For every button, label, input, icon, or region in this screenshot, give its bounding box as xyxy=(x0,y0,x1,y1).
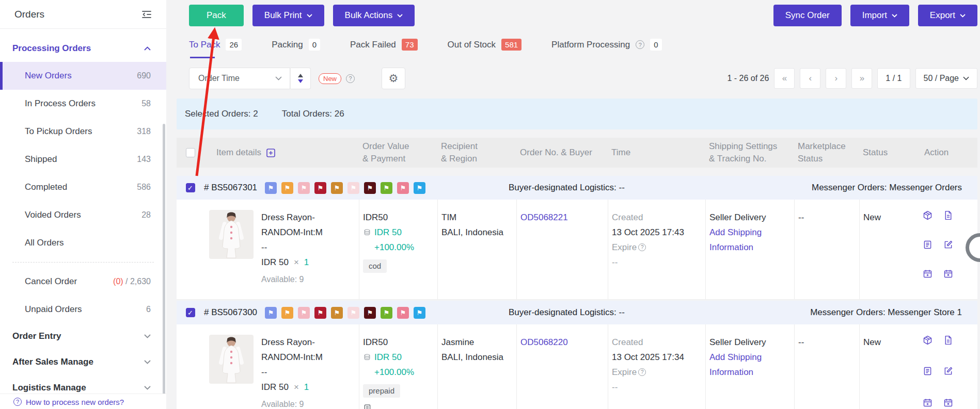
add-shipping-link-line2[interactable]: Information xyxy=(709,365,794,380)
order-flag-icon[interactable]: ⚑ xyxy=(265,307,277,319)
sidebar-item-shipped[interactable]: Shipped 143 xyxy=(0,145,166,173)
order-flag-icon[interactable]: ⚑ xyxy=(381,182,392,194)
order-flag-icon[interactable]: ⚑ xyxy=(331,307,343,319)
sidebar-item-cancel-order[interactable]: Cancel Order (0) / 2,630 xyxy=(0,268,166,296)
add-shipping-link-line2[interactable]: Information xyxy=(709,240,794,255)
sidebar-item-voided-orders[interactable]: Voided Orders 28 xyxy=(0,201,166,229)
tab-pack-failed[interactable]: Pack Failed 73 xyxy=(350,39,418,58)
order-flag-icon[interactable]: ⚑ xyxy=(298,182,310,194)
edit-order-icon[interactable] xyxy=(943,239,963,258)
order-flag-icon[interactable]: ⚑ xyxy=(414,307,425,319)
table-header: Item details Order Value& Payment Recipi… xyxy=(177,138,977,168)
sync-order-button[interactable]: Sync Order xyxy=(773,5,842,26)
sidebar-item-in-process-orders[interactable]: In Process Orders 58 xyxy=(0,90,166,118)
order-flag-icon[interactable]: ⚑ xyxy=(298,307,310,319)
order-flag-icon[interactable]: ⚑ xyxy=(265,182,277,194)
order-time-select[interactable]: Order Time xyxy=(189,68,290,89)
question-icon[interactable] xyxy=(636,40,644,49)
add-shipping-link-line1[interactable]: Add Shipping xyxy=(709,350,794,365)
sidebar-section-processing-orders[interactable]: Processing Orders xyxy=(0,37,166,62)
extend-date-icon[interactable] xyxy=(922,397,943,409)
tab-to-pack[interactable]: To Pack 26 xyxy=(189,39,242,58)
header-marketplace-status: Status xyxy=(798,153,859,165)
question-icon[interactable] xyxy=(638,243,646,251)
tab-packing[interactable]: Packing 0 xyxy=(272,39,320,58)
chevron-down-icon xyxy=(144,334,151,338)
sidebar-item-to-pickup-orders[interactable]: To Pickup Orders 318 xyxy=(0,118,166,145)
export-button[interactable]: Export xyxy=(918,5,977,26)
order-detail-icon[interactable] xyxy=(922,239,943,258)
first-page-button[interactable]: « xyxy=(774,68,795,89)
print-document-icon[interactable] xyxy=(943,210,963,228)
order-flag-icon[interactable]: ⚑ xyxy=(347,182,359,194)
order-detail-icon[interactable] xyxy=(922,366,943,386)
expand-all-icon[interactable] xyxy=(266,149,275,157)
sidebar-group-after-sales-manage[interactable]: After Sales Manage xyxy=(0,349,166,375)
sidebar-item-completed[interactable]: Completed 586 xyxy=(0,173,166,201)
product-image[interactable] xyxy=(209,335,254,384)
order-group-header: # BS5067301 ⚑⚑⚑⚑⚑⚑⚑⚑⚑⚑ Buyer-designated … xyxy=(177,176,977,200)
sidebar-item-new-orders[interactable]: New Orders 690 xyxy=(0,62,166,90)
cancel-date-icon[interactable] xyxy=(943,397,963,409)
tab-out-of-stock[interactable]: Out of Stock 581 xyxy=(448,39,522,58)
order-number-link[interactable]: OD5068220 xyxy=(520,337,568,347)
order-flag-icon[interactable]: ⚑ xyxy=(281,307,293,319)
question-icon[interactable] xyxy=(346,74,355,83)
sidebar-item-count: 58 xyxy=(141,99,151,108)
question-icon[interactable] xyxy=(638,368,646,376)
order-flag-icon[interactable]: ⚑ xyxy=(364,182,376,194)
edit-order-icon[interactable] xyxy=(943,366,963,386)
header-order-value: Order Value xyxy=(362,140,437,153)
select-all-checkbox[interactable] xyxy=(186,148,195,157)
gear-icon[interactable] xyxy=(382,68,405,89)
sidebar-item-unpaid-orders[interactable]: Unpaid Orders 6 xyxy=(0,296,166,323)
order-flag-icon[interactable]: ⚑ xyxy=(331,182,343,194)
invoice-icon[interactable] xyxy=(363,402,437,409)
expire-value: -- xyxy=(612,380,705,395)
order-flag-icon[interactable]: ⚑ xyxy=(397,307,409,319)
bulk-actions-button[interactable]: Bulk Actions xyxy=(333,5,415,26)
order-row: Dress Rayon- RANDOM-Int:M -- IDR 50×1 Av… xyxy=(177,324,977,409)
page-size-select[interactable]: 50 / Page xyxy=(915,68,978,89)
last-page-button[interactable]: » xyxy=(851,68,872,89)
chevron-down-icon xyxy=(307,14,312,18)
pack-button[interactable]: Pack xyxy=(189,5,244,26)
extend-date-icon[interactable] xyxy=(922,268,943,287)
product-image[interactable] xyxy=(209,210,254,259)
order-flag-icon[interactable]: ⚑ xyxy=(347,307,359,319)
import-button[interactable]: Import xyxy=(850,5,909,26)
order-flag-icon[interactable]: ⚑ xyxy=(414,182,425,194)
order-time-label: Order Time xyxy=(198,74,240,83)
help-link[interactable]: How to process new orders? xyxy=(26,398,124,406)
sort-direction-toggle[interactable] xyxy=(290,68,311,89)
batch-number: # BS5067301 xyxy=(204,183,257,193)
order-flag-icon[interactable]: ⚑ xyxy=(281,182,293,194)
tab-platform-processing[interactable]: Platform Processing 0 xyxy=(551,39,661,58)
sidebar-item-label: Shipped xyxy=(25,154,57,165)
sidebar-item-all-orders[interactable]: All Orders xyxy=(0,229,166,257)
pack-order-icon[interactable] xyxy=(922,335,943,355)
next-page-button[interactable]: › xyxy=(826,68,846,89)
multiply-sign: × xyxy=(294,257,299,267)
order-flag-icon[interactable]: ⚑ xyxy=(364,307,376,319)
collapse-sidebar-icon[interactable] xyxy=(140,8,153,21)
order-flag-icon[interactable]: ⚑ xyxy=(314,182,326,194)
order-checkbox[interactable] xyxy=(186,183,195,192)
prev-page-button[interactable]: ‹ xyxy=(800,68,820,89)
bulk-print-button[interactable]: Bulk Print xyxy=(252,5,324,26)
print-document-icon[interactable] xyxy=(943,335,963,355)
order-checkbox[interactable] xyxy=(186,308,195,317)
pack-order-icon[interactable] xyxy=(922,210,943,228)
order-flag-icon[interactable]: ⚑ xyxy=(397,182,409,194)
order-number-link[interactable]: OD5068221 xyxy=(520,212,568,222)
sidebar-group-order-entry[interactable]: Order Entry xyxy=(0,323,166,349)
cancel-count-total: / 2,630 xyxy=(123,277,151,286)
cancel-date-icon[interactable] xyxy=(943,268,963,287)
sidebar-scrollbar[interactable] xyxy=(163,124,165,409)
chevron-down-icon xyxy=(144,386,151,390)
order-flag-icon[interactable]: ⚑ xyxy=(381,307,392,319)
page-indicator[interactable]: 1 / 1 xyxy=(877,68,910,89)
add-shipping-link-line1[interactable]: Add Shipping xyxy=(709,225,794,240)
tab-label: To Pack xyxy=(189,40,220,50)
order-flag-icon[interactable]: ⚑ xyxy=(314,307,326,319)
